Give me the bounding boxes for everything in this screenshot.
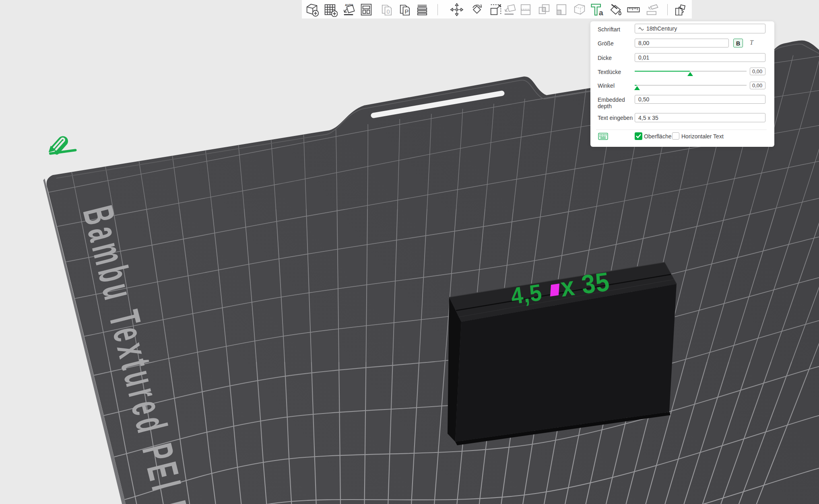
svg-text:0: 0 — [386, 8, 390, 15]
svg-text:AUTO: AUTO — [345, 3, 353, 7]
svg-text:a: a — [599, 8, 603, 17]
svg-text:P: P — [404, 8, 408, 15]
